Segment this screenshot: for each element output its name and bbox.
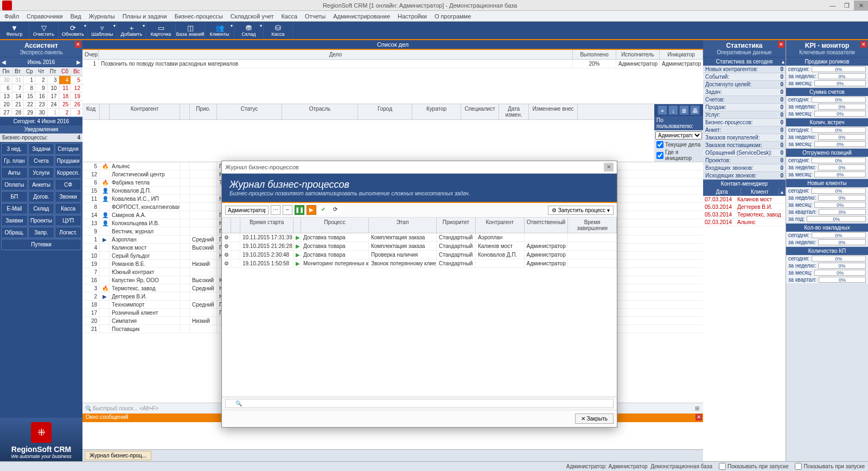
cal-day[interactable]: 8 xyxy=(23,84,35,92)
menu-item[interactable]: Складской учет xyxy=(228,12,276,21)
nav-Анкеты[interactable]: Анкеты xyxy=(28,179,55,190)
close-button[interactable]: ✕ xyxy=(854,1,868,10)
bp-row[interactable]: ⚙10.11.2015 17:31:39▶Доставка товараКомп… xyxy=(222,233,617,242)
contr-col[interactable] xyxy=(180,104,190,119)
nav-Счета[interactable]: Счета xyxy=(28,155,55,167)
nav-Обращ.[interactable]: Обращ. xyxy=(1,227,28,238)
nav-Гр. план[interactable]: Гр. план xyxy=(1,155,28,167)
nav-Запр.[interactable]: Запр. xyxy=(28,227,55,238)
cal-day[interactable]: 29 xyxy=(23,109,35,117)
cal-day[interactable]: 13 xyxy=(0,92,12,100)
deals-col[interactable]: Дело xyxy=(99,50,573,59)
cal-day[interactable]: 9 xyxy=(35,84,47,92)
deals-col[interactable]: Очер. xyxy=(82,50,99,59)
toolbar-Шаблоны[interactable]: ▿Шаблоны xyxy=(88,22,117,39)
nav-Заявки[interactable]: Заявки xyxy=(1,215,28,226)
stat-row[interactable]: Новых контрагентов:0 xyxy=(703,66,786,73)
stat-row[interactable]: Заказов поставщикам:0 xyxy=(703,142,786,149)
contr-col[interactable]: Код xyxy=(82,104,100,119)
cm-row[interactable]: 05.03.2014Дегтерев В.И. xyxy=(703,203,786,211)
dialog-user-input[interactable] xyxy=(225,206,269,215)
chevron-up-icon[interactable]: ▴ xyxy=(779,188,786,196)
nav-3 нед.[interactable]: 3 нед. xyxy=(1,143,28,155)
nav-E-Mail[interactable]: E-Mail xyxy=(1,203,28,214)
cal-day[interactable]: 12 xyxy=(71,84,82,92)
stat-row[interactable]: Анкет:0 xyxy=(703,126,786,134)
dlg-col[interactable] xyxy=(231,218,240,233)
dialog-search-input[interactable] xyxy=(225,399,614,408)
cal-day[interactable]: 14 xyxy=(12,92,24,100)
cal-day[interactable]: 1 xyxy=(23,76,35,84)
dialog-close-button[interactable]: ✕ Закрыть xyxy=(575,413,614,424)
user-filter-select[interactable]: Администратор xyxy=(655,131,702,139)
nav-СФ[interactable]: СФ xyxy=(55,179,81,190)
bp-row[interactable]: ⚙19.10.2015 1:50:58▶Мониторинг потерянны… xyxy=(222,259,617,268)
menu-item[interactable]: Вид xyxy=(68,12,84,21)
deal-row[interactable]: 1 Позвонить по поводу поставки расходных… xyxy=(82,60,703,68)
nav-Задачи[interactable]: Задачи xyxy=(28,143,55,155)
stat-row[interactable]: Задач:0 xyxy=(703,88,786,96)
deals-col[interactable]: Выполнено xyxy=(573,50,616,59)
toolbar-База знаний[interactable]: ◫База знаний xyxy=(176,22,205,39)
toolbar-Карточка[interactable]: ▭Карточка xyxy=(146,22,176,39)
dialog-titlebar[interactable]: Журнал бизнес-процессов ✕ xyxy=(222,161,617,174)
menu-item[interactable]: Планы и задачи xyxy=(120,12,169,21)
menu-item[interactable]: Журналы xyxy=(87,12,117,21)
cal-day[interactable]: 30 xyxy=(35,109,47,117)
mini-btn[interactable]: ↓ xyxy=(668,105,678,115)
nav-Проекты[interactable]: Проекты xyxy=(28,215,55,226)
cal-day[interactable]: 26 xyxy=(71,100,82,109)
contr-col[interactable]: Прио. xyxy=(190,104,217,119)
cm-row[interactable]: 05.03.2014Термотекс, завод xyxy=(703,211,786,219)
contr-col[interactable]: Статус xyxy=(217,104,282,119)
menu-item[interactable]: Настройки xyxy=(395,12,429,21)
cal-day[interactable]: 2 xyxy=(35,76,47,84)
nav-Сегодня[interactable]: Сегодня xyxy=(55,143,81,155)
cal-day[interactable]: 17 xyxy=(47,92,59,100)
cal-day[interactable]: 5 xyxy=(71,76,82,84)
cal-day[interactable]: 3 xyxy=(71,109,82,117)
cal-day[interactable]: 6 xyxy=(0,84,12,92)
contr-col[interactable] xyxy=(100,104,110,119)
run-process-button[interactable]: ⚙ Запустить процесс ▾ xyxy=(548,206,614,215)
menu-item[interactable]: Касса xyxy=(279,12,299,21)
maximize-button[interactable]: ❐ xyxy=(840,1,854,10)
contr-col[interactable]: Дата измен. xyxy=(499,104,529,119)
menu-item[interactable]: Файл xyxy=(2,12,21,21)
stat-row[interactable]: Продаж:0 xyxy=(703,104,786,111)
settings-icon[interactable]: ⊞ xyxy=(693,405,701,411)
cal-day[interactable]: 3 xyxy=(47,76,59,84)
dlg-col[interactable]: Ответственный xyxy=(525,218,569,233)
contr-col[interactable]: Контрагент xyxy=(110,104,180,119)
contr-col[interactable]: Куратор xyxy=(412,104,461,119)
cal-day[interactable]: 19 xyxy=(71,92,82,100)
toolbar-Склад[interactable]: ⛃Склад xyxy=(234,22,264,39)
stat-row[interactable]: Счетов:0 xyxy=(703,96,786,104)
mini-btn[interactable]: + xyxy=(658,105,667,115)
nav-Звонки[interactable]: Звонки xyxy=(55,191,81,202)
cal-day[interactable]: 1 xyxy=(47,109,59,117)
nav-Касса[interactable]: Касса xyxy=(55,203,81,214)
dlg-col[interactable]: Приоритет xyxy=(437,218,476,233)
nav-Путевки[interactable]: Путевки xyxy=(1,239,81,250)
cal-day[interactable]: 11 xyxy=(59,84,71,92)
stat-row[interactable]: Бизнес-процессов:0 xyxy=(703,119,786,126)
cal-day[interactable]: 24 xyxy=(47,100,59,109)
refresh-icon[interactable]: ⟳ xyxy=(330,205,340,215)
notification-row[interactable]: Бизнес-процессы: 4 xyxy=(0,133,82,142)
close-icon[interactable]: ✕ xyxy=(695,414,702,421)
stat-row[interactable]: Достигнуто целей:0 xyxy=(703,81,786,88)
cal-day[interactable]: 7 xyxy=(12,84,24,92)
nav-Логист.[interactable]: Логист. xyxy=(55,227,81,238)
close-icon[interactable]: ✕ xyxy=(860,41,867,48)
contr-col[interactable]: Город xyxy=(358,104,412,119)
nav-Корресп.[interactable]: Корресп. xyxy=(55,167,81,179)
nav-Оплаты[interactable]: Оплаты xyxy=(1,179,28,190)
nav-Услуги[interactable]: Услуги xyxy=(28,167,55,179)
bp-row[interactable]: ⚙19.10.2015 2:30:48▶Доставка товараПрове… xyxy=(222,251,617,259)
toolbar-Добавить[interactable]: ＋Добавить xyxy=(117,22,146,39)
dlg-col[interactable]: Время завершения xyxy=(568,218,617,233)
chevron-up-icon[interactable]: ▴ xyxy=(782,59,784,65)
menu-item[interactable]: Бизнес-процессы xyxy=(173,12,225,21)
filter-current-deals[interactable]: Текущие дела xyxy=(654,141,703,149)
